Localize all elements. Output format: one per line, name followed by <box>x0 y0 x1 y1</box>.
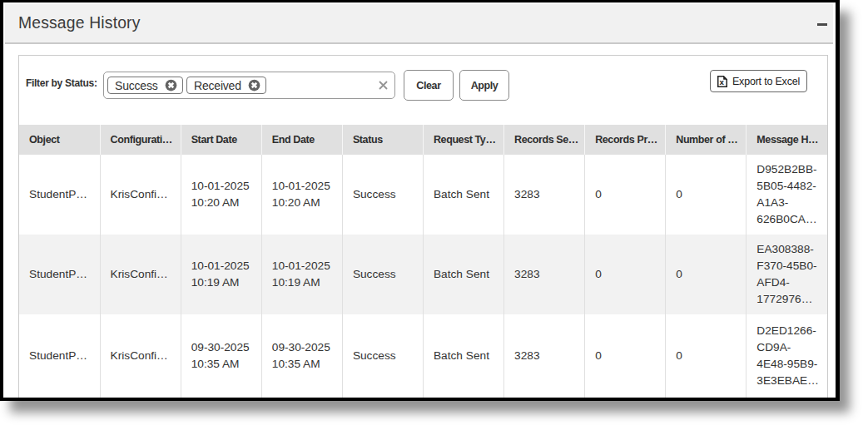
svg-text:x: x <box>720 77 725 86</box>
